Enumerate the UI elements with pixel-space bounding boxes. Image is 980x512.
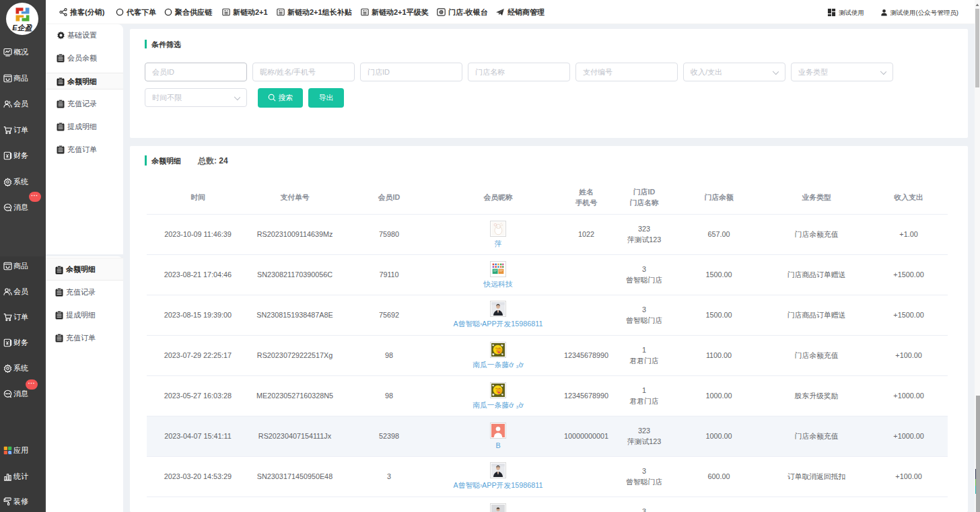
svg-text:E企盈: E企盈	[12, 24, 32, 32]
